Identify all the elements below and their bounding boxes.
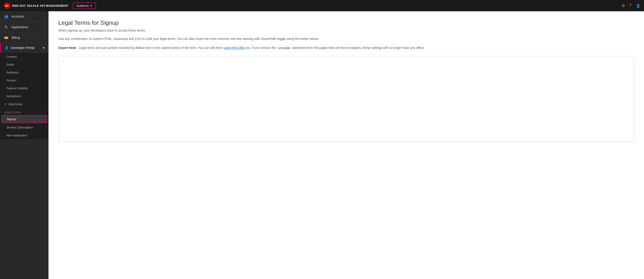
legal-terms-section-label: Legal Terms <box>0 109 48 115</box>
sidebar-item-billing[interactable]: 💳 Billing › <box>0 32 48 43</box>
include-code: include <box>277 46 291 50</box>
accounts-label: 👥 Accounts <box>4 14 24 18</box>
visit-portal-link[interactable]: ↗ Visit Portal <box>0 100 48 109</box>
help-icon[interactable]: ? <box>629 3 631 8</box>
developer-portal-icon: 👤 <box>5 46 8 49</box>
page-title: Legal Terms for Signup <box>58 19 634 26</box>
chevron-down-icon: ▾ <box>43 46 44 49</box>
sidebar-sub-groups[interactable]: Groups <box>0 76 48 84</box>
brand-logo-area: RH RED HAT 3SCALE API MANAGEMENT <box>4 2 68 9</box>
billing-label: 💳 Billing <box>4 36 20 40</box>
audience-dropdown-button[interactable]: Audience ▼ <box>73 2 96 9</box>
chevron-right-icon: › <box>44 15 44 18</box>
developer-portal-submenu: Content Drafts Redirects Groups Feature … <box>0 53 48 139</box>
external-link-icon: ↗ <box>4 103 6 106</box>
sidebar: 👥 Accounts › 🔌 Applications › 💳 Billing … <box>0 11 48 279</box>
sidebar-sub-new-application[interactable]: New Application <box>0 131 48 139</box>
nav-icon-group: ⚙ ? 👤 <box>622 3 640 8</box>
chevron-down-icon: ▼ <box>90 4 92 7</box>
user-icon[interactable]: 👤 <box>636 3 640 8</box>
accounts-icon: 👥 <box>4 14 8 18</box>
applications-icon: 🔌 <box>4 25 8 29</box>
expert-note: Expert Note : Legal terms are just parti… <box>58 45 634 51</box>
sidebar-sub-redirects[interactable]: Redirects <box>0 68 48 76</box>
sidebar-item-accounts[interactable]: 👥 Accounts › <box>0 11 48 22</box>
sidebar-item-applications[interactable]: 🔌 Applications › <box>0 22 48 32</box>
sidebar-item-developer-portal[interactable]: 👤 Developer Portal ▾ <box>0 43 48 53</box>
sidebar-sub-content[interactable]: Content <box>0 53 48 61</box>
settings-icon[interactable]: ⚙ <box>622 3 625 8</box>
sidebar-sub-drafts[interactable]: Drafts <box>0 61 48 68</box>
page-subtitle: When signing up, your developers have to… <box>58 29 634 32</box>
main-content-area: Legal Terms for Signup When signing up, … <box>48 11 644 279</box>
main-layout: 👥 Accounts › 🔌 Applications › 💳 Billing … <box>0 11 644 279</box>
redhat-logo-icon: RH <box>4 2 10 9</box>
expert-note-text1: : Legal terms are just partials included… <box>77 46 224 49</box>
expert-note-label: Expert Note <box>58 46 76 49</box>
billing-icon: 💳 <box>4 36 8 39</box>
sidebar-sub-signup[interactable]: Signup <box>1 115 47 123</box>
chevron-right-icon: › <box>44 36 44 39</box>
sidebar-sub-feature-visibility[interactable]: Feature Visibility <box>0 84 48 92</box>
brand-name: RED HAT 3SCALE API MANAGEMENT <box>12 4 68 7</box>
sidebar-sub-service-subscription[interactable]: Service Subscription <box>0 123 48 131</box>
top-navigation: RH RED HAT 3SCALE API MANAGEMENT Audienc… <box>0 0 644 11</box>
svg-text:RH: RH <box>5 5 8 7</box>
cms-link[interactable]: using the CMS <box>224 46 245 49</box>
legal-terms-editor[interactable]: 1 <box>58 56 634 142</box>
page-description: Use any combination of custom HTML, Java… <box>58 36 634 41</box>
chevron-right-icon: › <box>44 26 44 28</box>
expert-note-text3: statement from the pages that use those … <box>292 46 424 49</box>
expert-note-text2: too. If you remove the <box>246 46 277 49</box>
sidebar-sub-activedocs[interactable]: ActiveDocs <box>0 92 48 100</box>
line-number: 1 <box>62 60 64 63</box>
applications-label: 🔌 Applications <box>4 25 28 29</box>
